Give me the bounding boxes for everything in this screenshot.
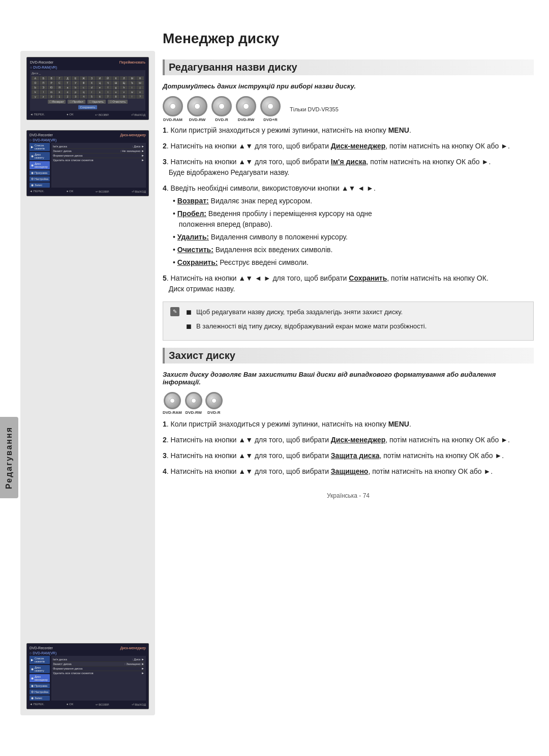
- sidebar-tab: Редагування: [0, 417, 18, 498]
- screen-mockup-2: DVD-Recorder Диск-менеджер ○ DVD-RAM(VR)…: [26, 130, 149, 196]
- sm1-btn-save: Сохранить: [78, 105, 98, 109]
- mm3-row-3: Форматування диска►: [53, 667, 144, 671]
- footer-text: Українська - 74: [163, 492, 534, 499]
- mm3-row-2: Захист диска: Захищено ►: [53, 662, 144, 667]
- left-panel: DVD-Recorder Перейменовать ○ DVD-RAM(VR)…: [20, 51, 155, 715]
- dvd-vr355-note: Тільки DVD-VR355: [290, 106, 339, 112]
- step-2-2: 2. Натисніть на кнопки ▲▼ для того, щоб …: [163, 435, 534, 445]
- mm2-item-6: ◉Запис: [29, 183, 50, 188]
- section-title-2: Захист диску: [163, 348, 534, 364]
- sm1-title: DVD-RAM(VR): [33, 66, 57, 69]
- sm2-header-right: Диск-менеджер: [120, 133, 146, 137]
- page-title: Менеджер диску: [163, 31, 534, 49]
- step-1-5: 5. Натисніть на кнопки ▲▼ ◄ ► для того, …: [163, 273, 534, 294]
- section-rename: Редагування назви диску Дотримуйтесь дан…: [163, 59, 534, 341]
- sm1-btn-clear: □ Очистить: [108, 100, 128, 104]
- sm3-title: DVD-RAM(VR): [33, 651, 56, 655]
- disc-dvd-rw-1: DVD-RW: [187, 96, 207, 122]
- main-content: Менеджер диску Редагування назви диску Д…: [163, 31, 534, 499]
- mm3-item-5: ⚙Настройка: [29, 689, 50, 694]
- disc-dvd-ram-2: DVD-RAM: [163, 392, 182, 415]
- disc-circle-rwplus-1: [236, 96, 256, 116]
- sm3-header-left: DVD-Recorder: [29, 646, 53, 650]
- disc-dvd-rplus-1: DVD+R: [260, 96, 281, 122]
- mm2-row-4: Удалить все списки сюжетов►: [53, 158, 144, 162]
- mm2-row-1: Ім'я диска: Диск ►: [53, 144, 144, 149]
- mm3-item-6: ◉Запис: [29, 695, 50, 701]
- bullet-udalit: • Удалить: Видалення символу в положенні…: [173, 232, 534, 243]
- mm3-item-4: ◉Програма: [29, 683, 50, 688]
- sm1-label: Диск _: [32, 72, 144, 75]
- sm1-header-right: Перейменовать: [119, 61, 145, 64]
- screen-mockup-3: DVD-Recorder Диск-менеджер ○ DVD-RAM(VR)…: [26, 643, 149, 709]
- mm3-row-1: Ім'я диска: Диск ►: [53, 657, 144, 662]
- step-1-1: 1. Коли пристрій знаходиться у режимі зу…: [163, 125, 534, 136]
- disc-dvd-rw-2: DVD-RW: [185, 392, 202, 415]
- disc-icons-row-2: DVD-RAM DVD-RW DVD-R: [163, 392, 534, 415]
- step-2-1: 1. Коли пристрій знаходиться у режимі зу…: [163, 419, 534, 430]
- mm2-item-4: ◉Програма: [29, 170, 50, 175]
- mm3-item-1: ▶Списоксюжетів: [29, 656, 50, 664]
- step-1-4: 4. Введіть необхідні символи, використов…: [163, 183, 534, 268]
- section-protect: Захист диску Захист диску дозволяє Вам з…: [163, 348, 534, 477]
- sm1-header-left: DVD-Recorder: [30, 61, 53, 64]
- section2-subtitle: Захист диску дозволяє Вам захистити Ваші…: [163, 371, 534, 386]
- sm2-header-left: DVD-Recorder: [29, 133, 53, 137]
- sm1-btn-back: □ Возврат: [48, 100, 66, 104]
- bullet-probel: • Пробел: Введення пробілу і переміщення…: [173, 208, 534, 230]
- sidebar-label: Редагування: [5, 427, 14, 489]
- sm1-btn-space: □ Пробел: [68, 100, 85, 104]
- screen-mockup-1: DVD-Recorder Перейменовать ○ DVD-RAM(VR)…: [26, 57, 149, 120]
- mm2-item-5: ⚙Настройка: [29, 176, 50, 182]
- disc-dvd-r-1: DVD-R: [211, 96, 232, 122]
- mm2-item-2: ◉Дисксюжету: [29, 152, 50, 160]
- sm1-nav: ◄ ПЕРЕК.● ОК↩ ВОЗВР.⏎ ВЫХОД: [30, 113, 145, 116]
- bullet-sohranit: • Сохранить: Реєструє введені символи.: [173, 257, 534, 268]
- note-1-2: ■ В залежності від типу диску, відображу…: [170, 321, 526, 332]
- sm3-nav: ◄ ПЕРЕК.● ОК↩ ВОЗВР.⏎ ВЫХОД: [29, 703, 146, 706]
- mm2-row-2: Захист диска: Не захищено ►: [53, 149, 144, 154]
- notes-box-1: ✎ ■ Щоб редагувати назву диску, треба за…: [163, 301, 534, 341]
- sm1-btn-del: □ Удалить: [87, 100, 106, 104]
- disc-circle-r-1: [211, 96, 232, 116]
- disc-circle-rw-1: [187, 96, 207, 116]
- mm3-row-4: Удалить все списки сюжетов►: [53, 671, 144, 675]
- disc-icons-row-1: DVD-RAM DVD-RW DVD-R DVD-RW DVD+R Тільки…: [163, 96, 534, 122]
- sm2-title: DVD-RAM(VR): [33, 138, 56, 142]
- sm2-nav: ◄ ПЕРЕК.● ОК↩ ВОЗВР.⏎ ВЫХОД: [29, 190, 146, 193]
- disc-circle-ram-1: [163, 96, 183, 116]
- disc-dvd-r-2: DVD-R: [205, 392, 223, 415]
- step-2-4: 4. Натисніть на кнопки ▲▼ для того, щоб …: [163, 466, 534, 477]
- mm3-item-2: ◉Дисксюжету: [29, 665, 50, 673]
- disc-dvd-ram-1: DVD-RAM: [163, 96, 183, 122]
- mm2-row-3: Форматування диска►: [53, 154, 144, 158]
- sm3-header-right: Диск-менеджер: [120, 646, 146, 650]
- section-title-1: Редагування назви диску: [163, 59, 534, 75]
- bullet-vozvrat: • Возврат: Видаляє знак перед курсором.: [173, 196, 534, 206]
- mm2-item-1: ▶Списоксюжетів: [29, 143, 50, 151]
- step-1-2: 2. Натисніть на кнопки ▲▼ для того, щоб …: [163, 141, 534, 152]
- disc-dvd-rw-plus-1: DVD-RW: [236, 96, 256, 122]
- bullet-ochistit: • Очистить: Видалення всіх введених симв…: [173, 245, 534, 255]
- step-2-3: 3. Натисніть на кнопки ▲▼ для того, щоб …: [163, 450, 534, 461]
- section1-subtitle: Дотримуйтесь даних інструкцій при виборі…: [163, 82, 534, 90]
- mm2-item-3: ◉Дискменеджер: [29, 161, 50, 169]
- note-1-1: ✎ ■ Щоб редагувати назву диску, треба за…: [170, 307, 526, 318]
- step-1-3: 3. Натисніть на кнопки ▲▼ для того, щоб …: [163, 157, 534, 178]
- mm3-item-3: ◉Дискменеджер: [29, 674, 50, 682]
- disc-circle-rplus-1: [260, 96, 281, 116]
